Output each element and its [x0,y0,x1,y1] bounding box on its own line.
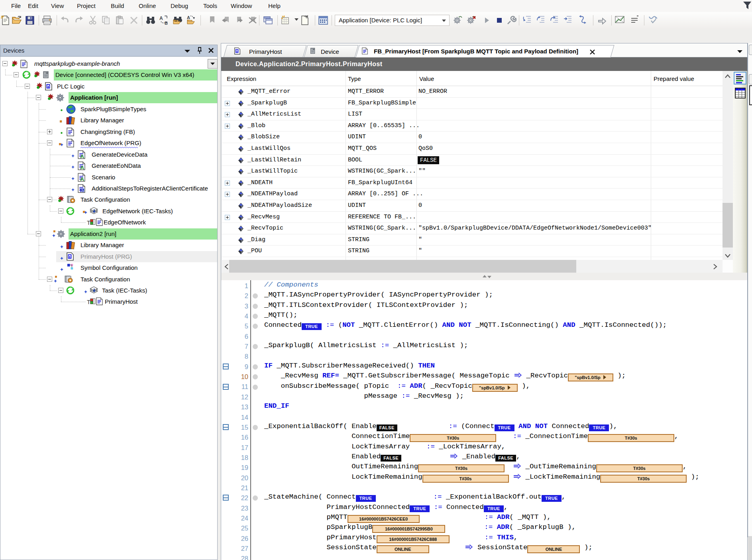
svg-text:A: A [159,16,163,21]
svg-text:A: A [187,15,190,20]
svg-text:B: B [165,21,168,26]
